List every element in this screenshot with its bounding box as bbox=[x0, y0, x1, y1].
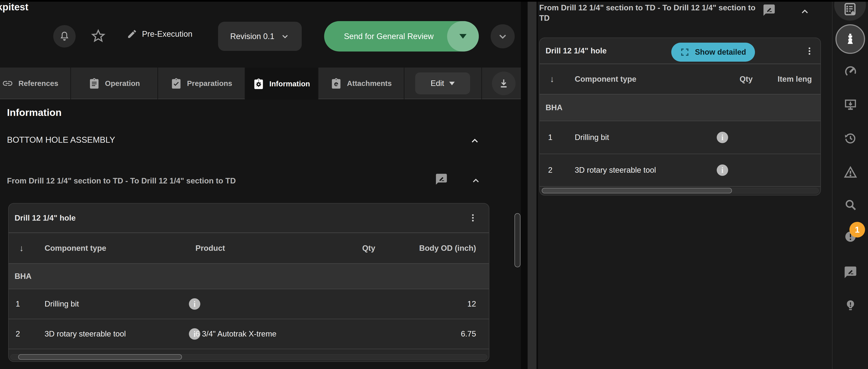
side-card-menu-button[interactable] bbox=[804, 46, 814, 56]
table-row[interactable]: 1 Drilling bit i bbox=[540, 121, 820, 154]
bell-icon bbox=[59, 31, 70, 42]
table-row[interactable]: 2 3D rotary steerable tool i bbox=[540, 154, 820, 187]
link-icon bbox=[2, 78, 13, 89]
column-header-component-type[interactable]: Component type bbox=[44, 244, 106, 253]
send-for-review-caret[interactable] bbox=[447, 21, 479, 52]
bha-table-card: Drill 12 1/4" hole ↓ Component type Prod… bbox=[8, 203, 489, 362]
monitor-download-icon bbox=[843, 98, 858, 111]
group-header-row: BHA bbox=[540, 95, 820, 121]
component-type-cell: Drilling bit bbox=[44, 300, 79, 308]
horizontal-scrollbar-thumb[interactable] bbox=[542, 188, 732, 193]
rail-tips-button[interactable] bbox=[833, 299, 868, 313]
column-header-body-od[interactable]: Body OD (inch) bbox=[398, 244, 476, 253]
tab-label: Information bbox=[270, 79, 310, 88]
sort-arrow-icon[interactable]: ↓ bbox=[19, 243, 24, 253]
main-column: kpitest Pre-Execution bbox=[0, 0, 521, 369]
vertical-scrollbar-thumb[interactable] bbox=[515, 213, 520, 267]
chevron-up-icon bbox=[469, 136, 480, 146]
info-icon[interactable]: i bbox=[189, 298, 200, 310]
search-icon bbox=[843, 198, 858, 212]
group-label: BHA bbox=[546, 103, 562, 112]
tab-references[interactable]: References bbox=[0, 68, 71, 99]
revision-dropdown[interactable]: Revision 0.1 bbox=[218, 22, 302, 51]
notifications-button[interactable] bbox=[53, 25, 75, 47]
side-panel-comment-button[interactable] bbox=[762, 3, 776, 17]
download-icon bbox=[498, 77, 509, 89]
comment-edit-icon bbox=[762, 3, 776, 17]
show-detailed-button[interactable]: Show detailed bbox=[671, 43, 755, 62]
group-label: BHA bbox=[14, 272, 31, 281]
column-header-qty[interactable]: Qty bbox=[353, 244, 375, 253]
column-header-product[interactable]: Product bbox=[195, 244, 225, 253]
bha-tool-icon bbox=[843, 32, 857, 46]
sort-arrow-icon[interactable]: ↓ bbox=[550, 74, 554, 84]
history-icon bbox=[843, 131, 858, 145]
table-row[interactable]: 1 Drilling bit i 12 bbox=[9, 289, 489, 319]
tab-label: Attachments bbox=[347, 79, 392, 88]
tab-attachments[interactable]: Attachments bbox=[318, 68, 404, 99]
side-panel: From Drill 12 1/4" section to TD - To Dr… bbox=[538, 0, 832, 369]
tab-label: Preparations bbox=[187, 79, 232, 88]
chevron-down-icon bbox=[280, 32, 290, 41]
row-number: 2 bbox=[548, 166, 553, 175]
info-icon[interactable]: i bbox=[717, 132, 728, 143]
tab-information[interactable]: Information bbox=[245, 68, 318, 100]
horizontal-scrollbar-thumb[interactable] bbox=[18, 354, 182, 360]
tab-preparations[interactable]: Preparations bbox=[158, 68, 245, 99]
comment-button[interactable] bbox=[435, 173, 448, 186]
comment-edit-icon bbox=[435, 173, 448, 186]
clipboard-paperclip-icon bbox=[331, 78, 342, 89]
show-detailed-label: Show detailed bbox=[695, 48, 746, 57]
side-table-header-row: ↓ Component type Qty Item leng bbox=[540, 64, 820, 95]
expand-icon bbox=[680, 47, 689, 57]
collapse-assembly-button[interactable] bbox=[469, 136, 480, 146]
revision-label: Revision 0.1 bbox=[230, 32, 274, 41]
column-header-qty[interactable]: Qty bbox=[725, 75, 753, 83]
chevron-up-icon bbox=[471, 176, 481, 186]
tab-label: References bbox=[19, 79, 58, 88]
favorite-button[interactable] bbox=[90, 28, 106, 44]
page-header-title: kpitest bbox=[0, 1, 28, 13]
collapse-bha-run-button[interactable] bbox=[471, 176, 481, 186]
product-cell: 6 3/4" Autotrak X-treme bbox=[195, 330, 276, 338]
rail-bha-tool-button-active[interactable] bbox=[835, 24, 865, 54]
card-menu-button[interactable] bbox=[468, 213, 478, 223]
panel-divider[interactable] bbox=[528, 0, 536, 369]
row-number: 1 bbox=[16, 300, 20, 308]
download-button[interactable] bbox=[492, 72, 516, 95]
rail-comments-button[interactable] bbox=[833, 265, 868, 279]
caret-down-icon bbox=[459, 34, 467, 39]
phase-indicator: Pre-Execution bbox=[127, 29, 192, 39]
column-header-component-type[interactable]: Component type bbox=[575, 75, 637, 83]
screen: kpitest Pre-Execution bbox=[0, 0, 868, 369]
side-card-title: Drill 12 1/4" hole bbox=[546, 46, 607, 55]
column-header-item-length[interactable]: Item leng bbox=[778, 75, 812, 83]
rail-add-report-button[interactable] bbox=[834, 0, 866, 21]
send-for-review-button[interactable]: Send for General Review bbox=[324, 21, 479, 52]
rail-search-button[interactable] bbox=[833, 198, 868, 212]
tab-operation[interactable]: Operation bbox=[71, 68, 157, 99]
collapse-header-button[interactable] bbox=[491, 24, 515, 48]
clipboard-gear-icon bbox=[253, 78, 264, 90]
rail-gauge-button[interactable] bbox=[833, 65, 868, 79]
body-od-cell: 12 bbox=[398, 300, 476, 308]
tab-separator bbox=[481, 68, 482, 99]
row-number: 1 bbox=[548, 133, 553, 142]
warning-icon bbox=[843, 165, 858, 179]
page-title: Information bbox=[7, 107, 61, 118]
chevron-down-icon bbox=[497, 31, 508, 42]
info-icon[interactable]: i bbox=[717, 164, 728, 176]
side-panel-collapse-button[interactable] bbox=[800, 6, 810, 17]
comment-edit-icon bbox=[843, 265, 858, 279]
bha-card-title: Drill 12 1/4" hole bbox=[14, 214, 75, 223]
edit-dropdown-button[interactable]: Edit bbox=[415, 72, 470, 94]
tool-rail: 1 bbox=[832, 0, 868, 369]
side-bha-table-card: Drill 12 1/4" hole Show detailed ↓ bbox=[539, 38, 821, 196]
rail-warning-button[interactable] bbox=[833, 165, 868, 179]
kebab-menu-icon bbox=[804, 46, 814, 56]
table-row[interactable]: 2 3D rotary steerable tool i 6 3/4" Auto… bbox=[9, 319, 489, 349]
bha-table-header-row: ↓ Component type Product Qty Body OD (in… bbox=[9, 233, 489, 264]
rail-history-button[interactable] bbox=[833, 131, 868, 145]
add-report-icon bbox=[842, 2, 858, 17]
rail-monitor-download-button[interactable] bbox=[833, 98, 868, 111]
